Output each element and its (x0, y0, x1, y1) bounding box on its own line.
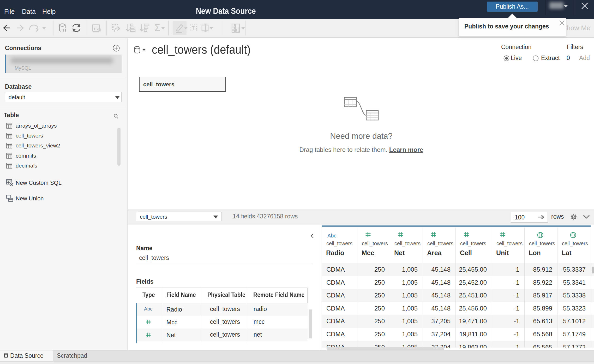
svg-text:Σ: Σ (154, 22, 160, 33)
svg-text:T: T (192, 25, 195, 31)
